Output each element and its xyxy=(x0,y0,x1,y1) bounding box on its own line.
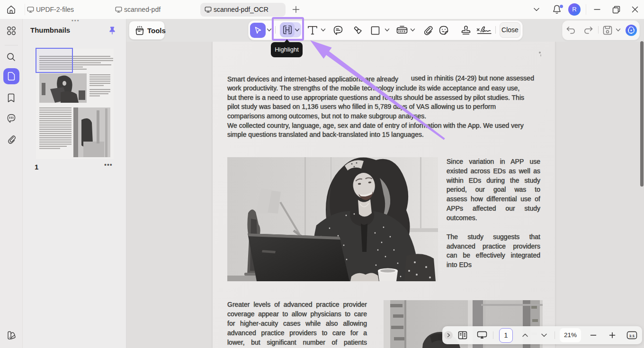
svg-text:1:1: 1:1 xyxy=(629,334,635,338)
